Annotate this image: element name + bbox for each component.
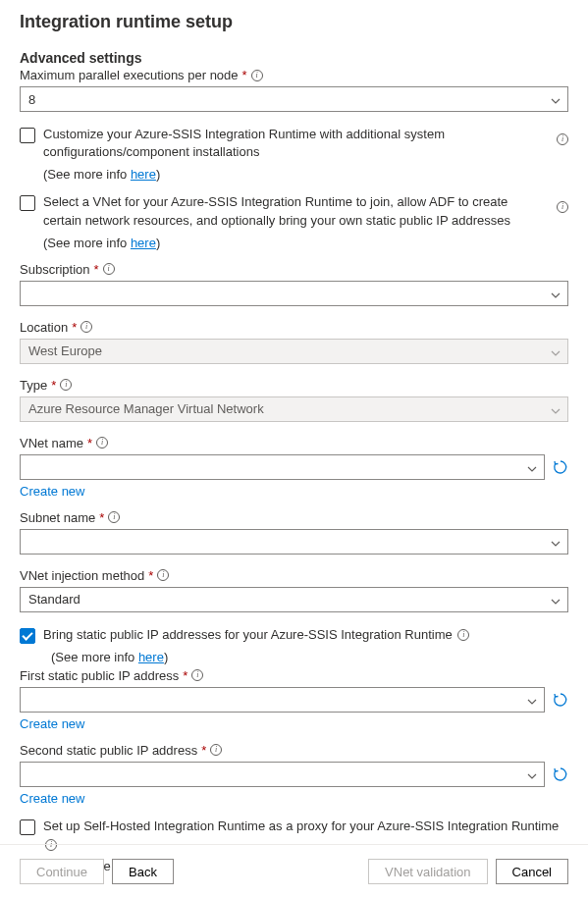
injection-method-label: VNet injection method * i	[20, 568, 568, 583]
vnet-validation-button: VNet validation	[368, 859, 487, 884]
customize-see-more: (See more info here)	[43, 167, 568, 182]
max-parallel-label: Maximum parallel executions per node * i	[20, 68, 568, 82]
refresh-icon[interactable]	[553, 766, 568, 782]
info-icon[interactable]: i	[557, 133, 568, 145]
info-icon[interactable]: i	[103, 263, 115, 275]
info-icon[interactable]: i	[157, 569, 169, 581]
first-ip-select[interactable]	[20, 687, 545, 713]
second-ip-select[interactable]	[20, 762, 545, 787]
vnet-join-checkbox[interactable]	[20, 195, 35, 211]
refresh-icon[interactable]	[553, 459, 568, 475]
location-select	[20, 339, 568, 364]
vnet-name-select[interactable]	[20, 454, 545, 480]
customize-label: Customize your Azure-SSIS Integration Ru…	[43, 126, 541, 161]
footer: Continue Back VNet validation Cancel	[0, 844, 588, 898]
back-button[interactable]: Back	[112, 859, 174, 884]
info-icon[interactable]: i	[210, 744, 222, 756]
second-ip-create-new-link[interactable]: Create new	[20, 791, 568, 806]
type-select	[20, 396, 568, 422]
second-ip-label: Second static public IP address * i	[20, 743, 568, 758]
max-parallel-select[interactable]	[20, 86, 568, 112]
bring-ip-see-more: (See more info here)	[51, 650, 568, 664]
injection-method-select[interactable]	[20, 587, 568, 612]
vnet-create-new-link[interactable]: Create new	[20, 484, 568, 499]
bring-ip-checkbox[interactable]	[20, 628, 35, 644]
vnet-join-see-more: (See more info here)	[43, 236, 568, 250]
bring-ip-label: Bring static public IP addresses for you…	[43, 626, 469, 644]
type-label: Type * i	[20, 378, 568, 393]
subnet-name-label: Subnet name * i	[20, 510, 568, 525]
info-icon[interactable]: i	[60, 379, 72, 391]
vnet-name-label: VNet name * i	[20, 436, 568, 450]
self-hosted-checkbox[interactable]	[20, 819, 35, 835]
continue-button: Continue	[20, 859, 104, 884]
info-icon[interactable]: i	[191, 669, 203, 681]
info-icon[interactable]: i	[108, 511, 120, 523]
info-icon[interactable]: i	[557, 201, 568, 213]
subscription-label: Subscription * i	[20, 262, 568, 277]
location-label: Location * i	[20, 320, 568, 335]
vnet-join-label: Select a VNet for your Azure-SSIS Integr…	[43, 193, 541, 229]
first-ip-create-new-link[interactable]: Create new	[20, 716, 568, 731]
customize-checkbox[interactable]	[20, 128, 35, 143]
vnet-join-here-link[interactable]: here	[131, 236, 156, 250]
page-title: Integration runtime setup	[20, 12, 568, 32]
section-heading: Advanced settings	[20, 50, 568, 66]
bring-ip-here-link[interactable]: here	[138, 650, 164, 664]
refresh-icon[interactable]	[553, 692, 568, 708]
subnet-name-select[interactable]	[20, 529, 568, 555]
subscription-select[interactable]	[20, 281, 568, 306]
required-asterisk: *	[242, 68, 247, 82]
cancel-button[interactable]: Cancel	[496, 859, 568, 884]
info-icon[interactable]: i	[251, 70, 263, 81]
first-ip-label: First static public IP address * i	[20, 668, 568, 683]
info-icon[interactable]: i	[96, 437, 108, 449]
info-icon[interactable]: i	[457, 629, 469, 641]
customize-here-link[interactable]: here	[131, 167, 156, 182]
info-icon[interactable]: i	[80, 321, 92, 333]
